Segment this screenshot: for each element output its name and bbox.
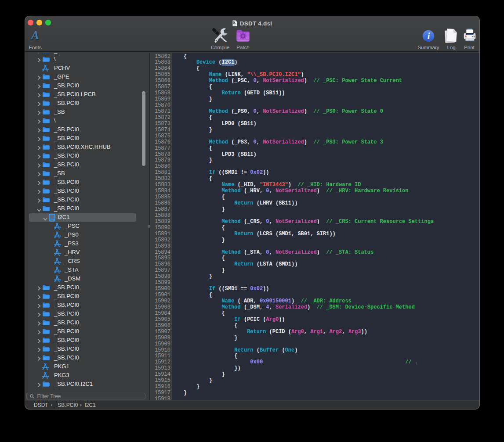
svg-text:i: i [427,30,430,41]
